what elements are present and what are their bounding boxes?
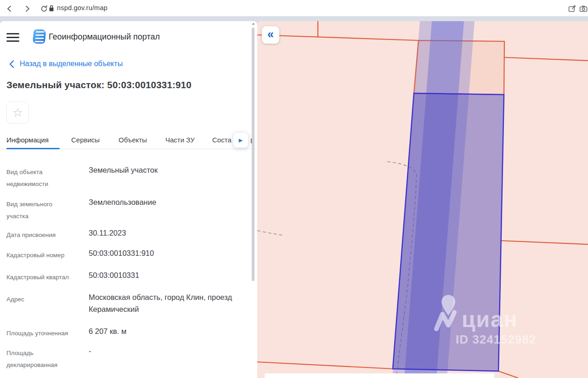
field-value: Земельный участок xyxy=(89,164,247,176)
tab-information[interactable]: Информация xyxy=(6,136,49,144)
map-canvas[interactable]: циан ID 324152982 « xyxy=(257,21,588,378)
collapse-panel-button[interactable]: « xyxy=(262,26,279,44)
double-chevron-left-icon: « xyxy=(267,28,274,40)
back-icon[interactable] xyxy=(6,5,14,13)
panel-scrollbar: ▲ xyxy=(250,21,256,378)
tab-objects[interactable]: Объекты xyxy=(119,136,147,144)
field-value: Московская область, город Клин, проезд К… xyxy=(89,292,247,315)
map-svg: циан ID 324152982 xyxy=(257,21,588,378)
field-label: Кадастровый номер xyxy=(6,249,75,261)
field-label: Адрес xyxy=(6,293,75,305)
watermark-id-text: ID 324152982 xyxy=(456,333,536,346)
tab-services[interactable]: Сервисы xyxy=(71,136,100,144)
portal-title: Геоинформационный портал xyxy=(49,32,160,42)
field-value: 50:03:0010331 xyxy=(89,270,247,282)
field-value: 30.11.2023 xyxy=(89,227,247,239)
portal-logo-icon xyxy=(32,29,46,44)
cian-brand-text: циан xyxy=(462,307,518,332)
info-panel: Геоинформационный портал Назад в выделен… xyxy=(0,21,257,378)
scroll-up-icon[interactable]: ▲ xyxy=(251,21,255,26)
browser-bar: nspd.gov.ru/map xyxy=(0,0,588,17)
field-value: Землепользование xyxy=(89,197,247,209)
field-label: Дата присвоения xyxy=(6,229,75,241)
camera-icon[interactable] xyxy=(579,5,588,13)
active-tab-underline xyxy=(6,148,60,149)
field-label: Площадь уточненная xyxy=(6,327,75,339)
back-link[interactable]: Назад в выделенные объекты xyxy=(9,60,123,68)
field-label: Кадастровый квартал xyxy=(6,271,75,283)
field-value: - xyxy=(89,345,247,357)
back-link-label: Назад в выделенные объекты xyxy=(20,60,123,68)
field-row: Кадастровый квартал 50:03:0010331 xyxy=(6,270,254,289)
field-row: Вид объекта недвижимости Земельный участ… xyxy=(6,164,254,195)
tab-parcel-parts[interactable]: Части ЗУ xyxy=(165,136,195,144)
menu-icon[interactable] xyxy=(6,33,19,42)
field-label: Вид земельного участка xyxy=(6,198,75,222)
lock-icon[interactable] xyxy=(47,4,56,12)
field-value: 6 207 кв. м xyxy=(89,326,247,338)
chevron-left-icon xyxy=(9,60,14,68)
page-title: Земельный участок: 50:03:0010331:910 xyxy=(6,79,192,90)
field-row: Дата присвоения 30.11.2023 xyxy=(6,227,254,246)
pin-edit-icon[interactable] xyxy=(568,5,576,13)
favorite-star-button[interactable]: ☆ xyxy=(6,102,29,124)
field-row: Вид земельного участка Землепользование xyxy=(6,197,254,226)
field-label: Площадь декларированная xyxy=(6,347,75,371)
url-text[interactable]: nspd.gov.ru/map xyxy=(57,4,107,11)
chevron-right-icon: ▶ xyxy=(239,138,243,143)
tabs-overflow-button[interactable]: ▶ xyxy=(233,132,249,148)
tab-composition-clipped[interactable]: Соста xyxy=(212,136,233,144)
star-icon: ☆ xyxy=(12,107,23,118)
field-row: Адрес Московская область, город Клин, пр… xyxy=(6,292,254,324)
field-row: Кадастровый номер 50:03:0010331:910 xyxy=(6,248,254,267)
field-row: Площадь уточненная 6 207 кв. м xyxy=(6,326,254,344)
map-scale-strip xyxy=(265,373,494,378)
field-value: 50:03:0010331:910 xyxy=(89,248,247,260)
scrollbar-thumb[interactable] xyxy=(252,28,254,281)
field-label: Вид объекта недвижимости xyxy=(6,166,75,190)
forward-icon[interactable] xyxy=(23,5,31,13)
field-row: Площадь декларированная - xyxy=(6,345,254,376)
